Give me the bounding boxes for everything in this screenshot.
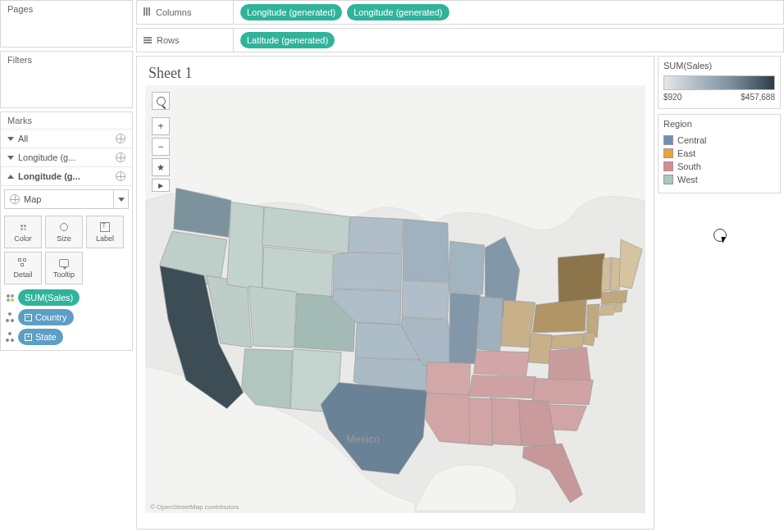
marks-all-label: All xyxy=(18,134,28,143)
detail-button[interactable]: Detail xyxy=(4,252,42,284)
state-iowa[interactable] xyxy=(402,280,449,319)
state-massachusetts[interactable] xyxy=(601,290,627,304)
expand-icon[interactable]: + xyxy=(25,334,32,341)
chevron-up-icon xyxy=(7,175,14,179)
state-idaho[interactable] xyxy=(227,202,264,290)
state-louisiana[interactable] xyxy=(426,392,470,444)
map-svg xyxy=(145,85,645,513)
state-illinois[interactable] xyxy=(449,293,481,364)
collapse-icon[interactable]: − xyxy=(25,314,32,321)
columns-shelf[interactable]: Columns Longitude (generated) Longitude … xyxy=(136,0,784,25)
pill-longitude-1[interactable]: Longitude (generated) xyxy=(240,4,342,20)
chevron-down-icon xyxy=(7,137,14,141)
chevron-down-icon xyxy=(7,156,14,160)
label-icon xyxy=(100,222,110,232)
rows-shelf[interactable]: Rows Latitude (generated) xyxy=(136,28,784,52)
map-attribution: © OpenStreetMap contributors xyxy=(150,503,239,511)
marks-longitude1-label: Longitude (g... xyxy=(18,152,75,162)
sheet-title[interactable]: Sheet 1 xyxy=(137,57,654,85)
state-mississippi[interactable] xyxy=(467,398,493,446)
marks-longitude2-label: Longitude (g... xyxy=(18,171,80,181)
pill-state[interactable]: +State xyxy=(18,329,63,345)
pill-latitude[interactable]: Latitude (generated) xyxy=(240,32,335,48)
state-maine[interactable] xyxy=(619,239,642,289)
state-indiana[interactable] xyxy=(477,297,504,352)
legend-item-south[interactable]: South xyxy=(663,160,775,173)
map-canvas[interactable]: + − xyxy=(145,85,645,513)
legend-max: $457,688 xyxy=(741,93,775,102)
pages-shelf[interactable]: Pages xyxy=(0,0,133,48)
pages-label: Pages xyxy=(1,1,132,17)
marks-longitude1-row[interactable]: Longitude (g... xyxy=(1,148,132,167)
marks-card: Marks All Longitude (g... Longitude (g..… xyxy=(0,111,133,351)
state-wisconsin[interactable] xyxy=(449,241,485,294)
globe-icon xyxy=(116,152,125,162)
state-minnesota[interactable] xyxy=(403,219,449,282)
swatch-icon xyxy=(663,175,673,184)
legend-item-west[interactable]: West xyxy=(663,173,775,186)
pill-longitude-2[interactable]: Longitude (generated) xyxy=(347,4,449,20)
dropdown-arrow[interactable] xyxy=(113,190,128,208)
color-gradient xyxy=(663,75,775,90)
legend-min: $920 xyxy=(663,93,681,102)
filters-label: Filters xyxy=(1,52,132,68)
zoom-out-button[interactable]: − xyxy=(152,138,170,156)
state-south-dakota[interactable] xyxy=(333,252,402,290)
tooltip-button[interactable]: Tooltip xyxy=(45,252,83,284)
cursor-icon xyxy=(713,229,728,243)
swatch-icon xyxy=(663,161,673,171)
state-pennsylvania[interactable] xyxy=(532,298,586,333)
state-delaware[interactable] xyxy=(583,332,595,346)
state-florida[interactable] xyxy=(522,443,582,502)
state-connecticut[interactable] xyxy=(599,304,615,316)
label-button[interactable]: Label xyxy=(86,216,124,248)
rows-icon xyxy=(144,37,152,43)
size-button[interactable]: Size xyxy=(45,216,83,248)
map-label-mexico: Mexico xyxy=(346,433,380,445)
state-tennessee[interactable] xyxy=(469,375,536,398)
triangle-down-icon xyxy=(118,198,125,202)
map-toolbar-expand[interactable] xyxy=(152,179,170,192)
legend-title: Region xyxy=(663,119,775,129)
columns-icon xyxy=(144,7,151,17)
state-new-york[interactable] xyxy=(558,253,604,302)
size-icon xyxy=(60,223,68,231)
zoom-in-button[interactable]: + xyxy=(152,117,170,135)
state-arkansas[interactable] xyxy=(426,362,471,395)
mark-type-label: Map xyxy=(24,194,41,204)
state-alabama[interactable] xyxy=(490,398,522,446)
filters-shelf[interactable]: Filters xyxy=(0,51,133,108)
detail-icon xyxy=(18,258,28,268)
marks-all-row[interactable]: All xyxy=(1,130,132,148)
map-pin-button[interactable] xyxy=(152,158,170,176)
color-icon xyxy=(4,292,16,303)
globe-icon xyxy=(116,171,125,181)
marks-longitude2-row[interactable]: Longitude (g... xyxy=(1,167,132,186)
color-legend-region[interactable]: Region Central East South West xyxy=(658,114,781,193)
state-vermont[interactable] xyxy=(601,257,611,292)
color-legend-sales[interactable]: SUM(Sales) $920$457,688 xyxy=(658,56,781,109)
mark-type-dropdown[interactable]: Map xyxy=(4,189,129,209)
hierarchy-icon xyxy=(4,331,16,343)
state-rhode-island[interactable] xyxy=(615,302,622,312)
pill-country[interactable]: −Country xyxy=(18,309,74,325)
color-button[interactable]: Color xyxy=(4,216,42,248)
swatch-icon xyxy=(663,135,673,145)
state-maryland[interactable] xyxy=(550,334,584,349)
worksheet-view: Sheet 1 + − xyxy=(136,56,654,530)
pill-sum-sales[interactable]: SUM(Sales) xyxy=(18,289,80,306)
state-utah[interactable] xyxy=(249,286,297,348)
swatch-icon xyxy=(663,148,673,158)
globe-icon xyxy=(116,134,125,143)
globe-icon xyxy=(10,194,20,204)
state-virginia[interactable] xyxy=(548,348,590,382)
legend-item-central[interactable]: Central xyxy=(663,134,775,147)
state-kentucky[interactable] xyxy=(474,351,530,376)
color-icon xyxy=(21,225,26,230)
state-west-virginia[interactable] xyxy=(527,334,552,364)
marks-label: Marks xyxy=(1,112,132,130)
map-search-button[interactable] xyxy=(152,92,170,110)
hierarchy-icon xyxy=(4,311,16,323)
state-north-dakota[interactable] xyxy=(349,216,403,253)
legend-item-east[interactable]: East xyxy=(663,147,775,160)
